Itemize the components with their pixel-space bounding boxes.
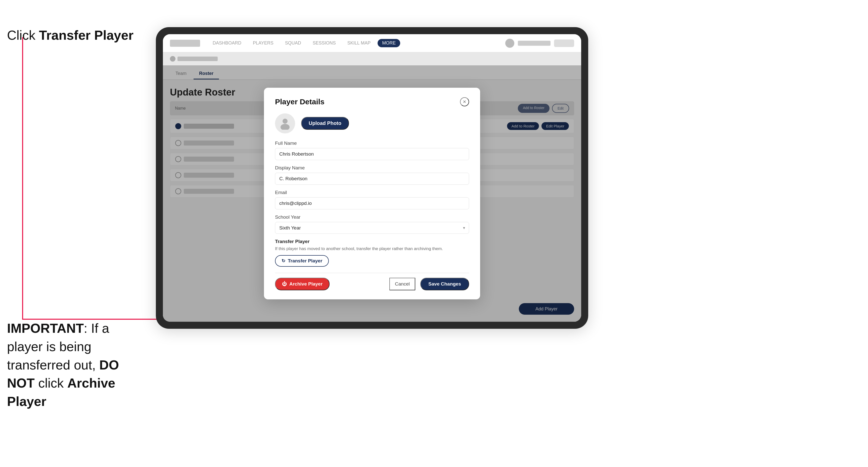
instruction-top: Click Transfer Player xyxy=(7,28,133,43)
player-details-modal: Player Details × ◯ Uplo xyxy=(264,88,480,300)
display-name-input[interactable] xyxy=(275,173,469,185)
archive-icon: ⏻ xyxy=(282,281,287,287)
instruction-bottom: IMPORTANT: If a player is being transfer… xyxy=(7,319,138,411)
nav-players[interactable]: PLAYERS xyxy=(248,39,278,47)
modal-overlay: Player Details × ◯ Uplo xyxy=(163,65,581,322)
svg-point-0 xyxy=(283,119,287,124)
avatar-svg xyxy=(279,117,291,130)
nav-more[interactable]: MORE xyxy=(378,39,400,47)
archive-label: Archive Player xyxy=(289,281,322,287)
app-topbar: DASHBOARD PLAYERS SQUAD SESSIONS SKILL M… xyxy=(163,34,581,52)
sub-header xyxy=(163,52,581,65)
transfer-btn-label: Transfer Player xyxy=(288,258,322,264)
upload-photo-button[interactable]: Upload Photo xyxy=(301,117,349,130)
nav-skillmap[interactable]: SKILL MAP xyxy=(343,39,375,47)
transfer-description: If this player has moved to another scho… xyxy=(275,246,469,252)
nav-sessions[interactable]: SESSIONS xyxy=(308,39,340,47)
breadcrumb xyxy=(170,56,218,62)
full-name-label: Full Name xyxy=(275,141,469,146)
modal-title: Player Details xyxy=(275,97,324,106)
breadcrumb-icon xyxy=(170,56,176,62)
tablet-screen: DASHBOARD PLAYERS SQUAD SESSIONS SKILL M… xyxy=(163,34,581,322)
nav-squad[interactable]: SQUAD xyxy=(281,39,306,47)
modal-close-button[interactable]: × xyxy=(460,97,469,106)
instruction-bold: Transfer Player xyxy=(39,28,133,42)
email-input[interactable] xyxy=(275,197,469,209)
modal-footer: ⏻ Archive Player Cancel Save Changes xyxy=(275,273,469,290)
tablet-device: DASHBOARD PLAYERS SQUAD SESSIONS SKILL M… xyxy=(156,27,588,329)
photo-row: ◯ Upload Photo xyxy=(275,113,469,133)
transfer-player-button[interactable]: ↻ Transfer Player xyxy=(275,255,329,267)
topbar-avatar xyxy=(505,39,514,48)
topbar-right xyxy=(505,39,574,48)
content-area: Team Roster Update Roster Name Add to Ro… xyxy=(163,65,581,322)
nav-pills: DASHBOARD PLAYERS SQUAD SESSIONS SKILL M… xyxy=(208,39,400,47)
important-label: IMPORTANT xyxy=(7,321,84,336)
breadcrumb-text xyxy=(178,57,218,61)
email-group: Email xyxy=(275,190,469,209)
app-logo xyxy=(170,40,200,47)
annotation-line-vertical xyxy=(22,37,23,320)
save-changes-button[interactable]: Save Changes xyxy=(420,278,469,290)
modal-header: Player Details × xyxy=(275,97,469,106)
transfer-section-label: Transfer Player xyxy=(275,239,469,244)
svg-point-1 xyxy=(281,124,289,130)
topbar-user-name xyxy=(518,41,551,46)
footer-right: Cancel Save Changes xyxy=(390,278,469,290)
full-name-group: Full Name xyxy=(275,141,469,160)
archive-player-button[interactable]: ⏻ Archive Player xyxy=(275,278,330,290)
full-name-input[interactable] xyxy=(275,148,469,160)
school-year-select[interactable]: First Year Second Year Third Year Fourth… xyxy=(275,222,469,234)
school-year-group: School Year First Year Second Year Third… xyxy=(275,214,469,234)
email-label: Email xyxy=(275,190,469,195)
avatar-circle: ◯ xyxy=(275,113,295,133)
nav-dashboard[interactable]: DASHBOARD xyxy=(208,39,246,47)
school-year-select-wrapper: First Year Second Year Third Year Fourth… xyxy=(275,222,469,234)
display-name-group: Display Name xyxy=(275,165,469,185)
transfer-section: Transfer Player If this player has moved… xyxy=(275,239,469,267)
transfer-icon: ↻ xyxy=(282,258,285,264)
topbar-action-btn[interactable] xyxy=(554,39,574,47)
school-year-label: School Year xyxy=(275,214,469,220)
display-name-label: Display Name xyxy=(275,165,469,171)
cancel-button[interactable]: Cancel xyxy=(390,278,415,290)
